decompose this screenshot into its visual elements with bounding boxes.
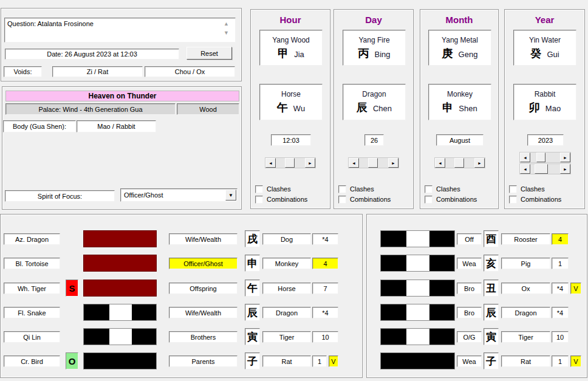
hexagram-line [83,230,157,247]
reset-button[interactable]: Reset [186,47,232,60]
clashes-checkbox[interactable] [509,185,517,193]
dropdown-arrow-icon[interactable]: ▼ [225,190,236,201]
scroll-left-icon[interactable]: ◄ [265,158,276,168]
hexagram-line [380,280,455,297]
branch-character: 寅 [245,328,260,345]
scroll-left-icon[interactable]: ◄ [520,153,530,162]
combinations-label: Combinations [267,196,307,203]
question-input[interactable]: Question: Atalanta Frosinone [4,18,236,43]
branch-character: 辰 [245,304,260,321]
animal-label: Rat [262,355,311,367]
scroll-right-icon[interactable]: ► [474,158,485,168]
relation-label: Wife/Wealth [169,307,238,318]
animal-label: Dragon [262,307,311,318]
combinations-checkbox[interactable] [425,196,432,204]
line-number: 1 [312,355,327,367]
day-stem-box: Yang Fire 丙Bing [343,30,406,66]
scroll-track[interactable] [530,164,560,174]
year-scrollbar-decade[interactable]: ◄ ► [519,152,571,163]
month-value-field[interactable]: August [436,134,484,146]
branch-character: 子 [245,352,260,369]
line-number: *4 [312,233,338,245]
relation-label: Brothers [169,331,238,343]
line-number: *4 [552,283,569,294]
combinations-checkbox[interactable] [338,196,346,204]
clashes-checkbox[interactable] [338,185,346,193]
question-text: Question: Atalanta Frosinone [7,20,94,27]
scroll-up-icon[interactable]: ▲ [222,19,231,27]
pillar-year: Year Yin Water 癸Gui Rabbit 卯Mao 2023 ◄ ►… [504,9,585,209]
branch-name: Monkey [429,90,491,98]
scroll-left-icon[interactable]: ◄ [349,158,359,168]
day-scrollbar[interactable]: ◄ ► [348,157,399,168]
animal-label: Rat [501,355,550,367]
combinations-label: Combinations [436,196,477,203]
scroll-left-icon[interactable]: ◄ [520,164,530,174]
line-number: *4 [552,307,569,318]
hexagram-name: Heaven on Thunder [5,91,239,101]
pillar-month: Month Yang Metal 庚Geng Monkey 申Shen Augu… [420,9,499,209]
combinations-label: Combinations [521,196,561,203]
scroll-left-icon[interactable]: ◄ [435,158,445,168]
animal-label: Rooster [501,233,550,245]
year-scrollbar-year[interactable]: ◄ ► [519,163,571,174]
scroll-thumb[interactable] [454,158,463,168]
branch-character: 申 [245,255,260,272]
relation-label: Wea [457,355,482,367]
branch-romanization: Chen [373,104,392,113]
scroll-track[interactable] [359,158,388,168]
line-number: 10 [312,331,338,343]
hexagram-line [83,255,157,272]
void-marker: V [329,355,338,367]
combinations-checkbox[interactable] [509,196,517,204]
scroll-right-icon[interactable]: ► [388,158,398,168]
void-value-1: Zi / Rat [52,66,143,77]
relation-label: Bro [457,283,482,294]
date-field[interactable]: Date: 26 August 2023 at 12:03 [5,49,179,60]
hour-value-field[interactable]: 12:03 [271,134,311,146]
scroll-right-icon[interactable]: ► [305,158,315,168]
animal-label: Dragon [501,307,550,318]
scroll-thumb[interactable] [285,158,294,168]
clashes-checkbox[interactable] [255,185,263,193]
question-scrollbar[interactable]: ▲ ▼ [222,19,231,36]
hour-scrollbar[interactable]: ◄ ► [265,157,316,168]
stem-name: Yang Fire [343,36,405,44]
void-marker: V [570,355,581,367]
spirit-of-focus-dropdown[interactable]: Officer/Ghost ▼ [120,188,238,202]
hour-branch-box: Horse 午Wu [259,84,323,120]
branch-romanization: Wu [293,104,305,113]
animal-label: Tiger [501,331,550,343]
scroll-right-icon[interactable]: ► [560,153,570,162]
month-scrollbar[interactable]: ◄ ► [434,157,485,168]
scroll-right-icon[interactable]: ► [560,164,570,174]
stem-romanization: Gui [547,50,559,59]
branch-character: 申 [442,101,453,114]
hexagram-line [380,230,455,247]
line-number: 1 [552,355,569,367]
scroll-track[interactable] [276,158,305,168]
stem-name: Yin Water [514,36,576,44]
main-hexagram-panel: Az. Dragon Wife/Wealth 戌 Dog *4 Bl. Tort… [0,214,363,378]
day-value-field[interactable]: 26 [364,134,384,146]
year-value-field[interactable]: 2023 [527,134,564,146]
scroll-thumb[interactable] [536,153,546,162]
clashes-checkbox[interactable] [425,185,432,193]
pillar-hour-title: Hour [251,15,330,25]
scroll-track[interactable] [530,153,560,162]
combinations-checkbox[interactable] [255,196,263,204]
hexagram-line [380,328,455,345]
animal-label: Tiger [262,331,311,343]
scroll-thumb[interactable] [368,158,377,168]
spirit-of-focus-value: Officer/Ghost [121,191,225,199]
relation-label: O/G [457,331,482,343]
line-number: 4 [312,258,338,269]
scroll-track[interactable] [445,158,474,168]
scroll-down-icon[interactable]: ▼ [222,29,231,36]
scroll-thumb[interactable] [535,164,548,174]
question-panel: Question: Atalanta Frosinone ▲ ▼ Date: 2… [1,8,242,81]
body-label: Body (Gua Shen): [3,120,76,132]
stem-character: 癸 [530,47,541,60]
pillar-day: Day Yang Fire 丙Bing Dragon 辰Chen 26 ◄ ► … [333,9,414,209]
deity-label: Qi Lin [4,331,60,343]
